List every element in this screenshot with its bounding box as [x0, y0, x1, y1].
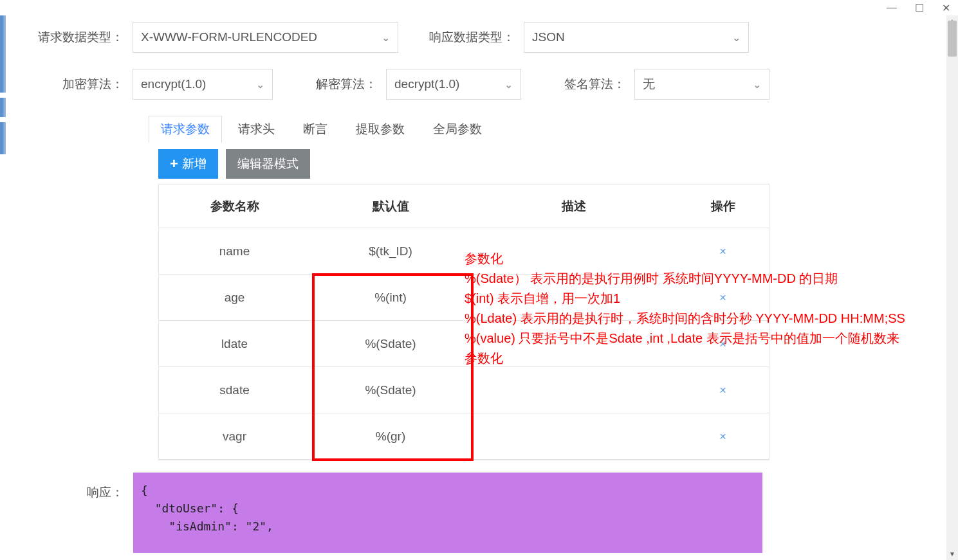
- chevron-down-icon: ⌄: [256, 78, 264, 91]
- left-thumbnail-strip: [0, 15, 6, 560]
- request-data-type-select[interactable]: X-WWW-FORM-URLENCODED ⌄: [133, 22, 398, 53]
- delete-row-button[interactable]: ×: [719, 383, 726, 397]
- select-value: encrypt(1.0): [141, 77, 206, 91]
- response-label: 响应：: [6, 473, 124, 553]
- tab-request-params[interactable]: 请求参数: [149, 116, 222, 143]
- vertical-scrollbar[interactable]: ▲ ▼: [946, 15, 958, 560]
- annotation-text: 参数化 %(Sdate） 表示用的是执行用例时 系统时间YYYY-MM-DD 的…: [465, 249, 908, 368]
- col-header-desc: 描述: [471, 198, 677, 215]
- tab-extract-params[interactable]: 提取参数: [344, 116, 417, 143]
- params-tablist: 请求参数 请求头 断言 提取参数 全局参数: [149, 116, 939, 143]
- cell-param-name[interactable]: sdate: [159, 383, 310, 397]
- sign-algo-select[interactable]: 无 ⌄: [634, 69, 769, 100]
- col-header-action: 操作: [677, 198, 769, 215]
- close-button[interactable]: ✕: [942, 2, 950, 14]
- scroll-down-arrow[interactable]: ▼: [946, 548, 958, 560]
- response-data-type-label: 响应数据类型：: [429, 29, 515, 46]
- plus-icon: +: [170, 157, 178, 171]
- col-header-default: 默认值: [310, 198, 471, 215]
- add-button-label: 新增: [182, 156, 207, 172]
- minimize-button[interactable]: —: [887, 2, 897, 14]
- encrypt-algo-select[interactable]: encrypt(1.0) ⌄: [133, 69, 273, 100]
- cell-param-name[interactable]: vagr: [159, 429, 310, 444]
- maximize-button[interactable]: ☐: [915, 2, 924, 14]
- table-header-row: 参数名称 默认值 描述 操作: [159, 185, 769, 228]
- cell-param-default[interactable]: $(tk_ID): [310, 244, 471, 258]
- annotation-line: 参数化: [465, 249, 908, 269]
- cell-param-default[interactable]: %(gr): [310, 429, 471, 444]
- chevron-down-icon: ⌄: [504, 78, 513, 91]
- table-row: sdate %(Sdate) ×: [159, 367, 769, 413]
- cell-param-name[interactable]: ldate: [159, 337, 310, 351]
- select-value: 无: [643, 76, 655, 93]
- annotation-line: %(value) 只要括号中不是Sdate ,int ,Ldate 表示是括号中…: [465, 329, 908, 368]
- cell-param-default[interactable]: %(Sdate): [310, 337, 471, 351]
- cell-param-default[interactable]: %(int): [310, 291, 471, 305]
- delete-row-button[interactable]: ×: [719, 429, 726, 443]
- annotation-line: %(Ldate) 表示用的是执行时，系统时间的含时分秒 YYYY-MM-DD H…: [465, 309, 908, 329]
- chevron-down-icon: ⌄: [382, 32, 390, 44]
- annotation-line: %(Sdate） 表示用的是执行用例时 系统时间YYYY-MM-DD 的日期: [465, 269, 908, 289]
- tab-global-params[interactable]: 全局参数: [421, 116, 494, 143]
- editor-mode-button[interactable]: 编辑器模式: [226, 149, 310, 179]
- scrollbar-thumb[interactable]: [948, 21, 957, 57]
- cell-param-name[interactable]: name: [159, 244, 310, 258]
- select-value: X-WWW-FORM-URLENCODED: [141, 30, 317, 44]
- response-body[interactable]: { "dtoUser": { "isAdmin": "2",: [133, 473, 762, 553]
- sign-algo-label: 签名算法：: [544, 76, 625, 93]
- chevron-down-icon: ⌄: [753, 78, 761, 91]
- editor-mode-label: 编辑器模式: [237, 156, 299, 172]
- select-value: decrypt(1.0): [394, 77, 459, 91]
- table-row: vagr %(gr) ×: [159, 413, 769, 460]
- add-button[interactable]: + 新增: [158, 149, 218, 179]
- response-data-type-select[interactable]: JSON ⌄: [524, 22, 749, 53]
- cell-param-default[interactable]: %(Sdate): [310, 383, 471, 397]
- decrypt-algo-select[interactable]: decrypt(1.0) ⌄: [386, 69, 521, 100]
- annotation-line: $(int) 表示自增，用一次加1: [465, 289, 908, 309]
- chevron-down-icon: ⌄: [732, 32, 741, 44]
- col-header-name: 参数名称: [159, 198, 310, 215]
- select-value: JSON: [532, 30, 565, 44]
- window-titlebar: — ☐ ✕: [0, 0, 958, 15]
- cell-param-name[interactable]: age: [159, 291, 310, 305]
- encrypt-algo-label: 加密算法：: [23, 76, 124, 93]
- decrypt-algo-label: 解密算法：: [296, 76, 377, 93]
- tab-assertions[interactable]: 断言: [291, 116, 340, 143]
- tab-request-headers[interactable]: 请求头: [226, 116, 287, 143]
- request-data-type-label: 请求数据类型：: [23, 29, 124, 46]
